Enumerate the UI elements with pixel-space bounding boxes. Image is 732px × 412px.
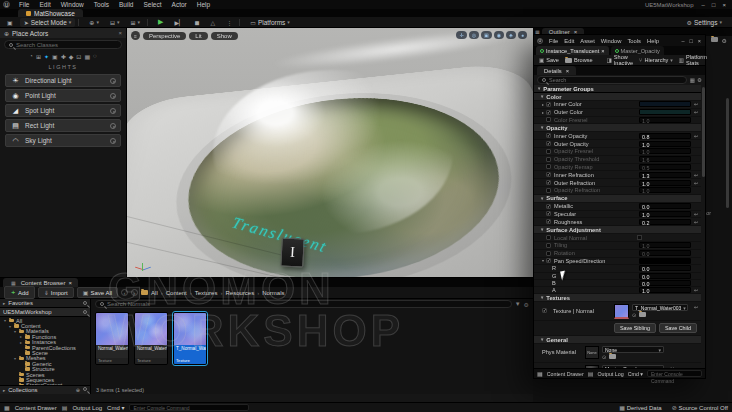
value-field[interactable]: 0.0 (639, 273, 691, 279)
cinematics-dropdown[interactable]: ⊞▾ (126, 18, 144, 27)
param-color-fresnel[interactable]: ✓ Color Fresnel 1.0 (534, 117, 701, 125)
param-pan-b[interactable]: B 0.0 (534, 280, 701, 287)
search-icon[interactable] (83, 387, 87, 391)
lights-icon[interactable]: ✦ (44, 53, 49, 60)
back-icon[interactable]: ‹ (121, 289, 128, 296)
override-checkbox[interactable]: ✓ (546, 133, 551, 138)
override-checkbox[interactable]: ✓ (546, 117, 551, 122)
reset-icon[interactable]: ↩ (691, 180, 701, 186)
param-inner-color[interactable]: ▸✓ Inner Color ↩ (534, 101, 701, 109)
gear-icon[interactable]: ⚙ (697, 77, 702, 83)
param-opacity-refraction[interactable]: ✓ Opacity Refraction 1.0 (534, 187, 701, 195)
show-inactive-button[interactable]: ◨ Show Inactive (605, 54, 635, 66)
value-field[interactable]: 0.2 (639, 219, 691, 225)
play-button[interactable]: ▶ (154, 17, 167, 27)
badge-icon[interactable]: ◈ (506, 31, 516, 39)
value-field[interactable]: 1.6 (639, 156, 691, 162)
override-checkbox[interactable]: ✓ (546, 149, 551, 154)
gear-icon[interactable]: ⚙ (722, 37, 727, 44)
search-icon[interactable] (83, 310, 87, 314)
close-icon[interactable]: × (601, 48, 604, 54)
param-inner-refraction[interactable]: ✓ Inner Refraction 1.3 ↩ (534, 171, 701, 179)
forward-icon[interactable]: › (131, 289, 138, 296)
close-icon[interactable]: × (118, 30, 122, 36)
group-opacity[interactable]: ▾Opacity (534, 124, 701, 132)
value-field[interactable]: 1.0 (639, 180, 691, 186)
all-classes-icon[interactable]: ▦ (84, 53, 90, 60)
drag-handle-icon[interactable] (110, 93, 116, 99)
override-checkbox[interactable]: ✓ (546, 102, 551, 107)
asset-normal-water002[interactable]: Normal_Water002 Texture (134, 312, 168, 365)
value-field[interactable]: 0.8 (639, 133, 691, 139)
content-drawer-button[interactable]: Content Drawer (547, 371, 584, 377)
value-field[interactable]: 1.0 (639, 187, 691, 193)
basic-icon[interactable]: ⊞ (36, 53, 41, 60)
tab-details[interactable]: Details × (537, 66, 576, 75)
folder-icon[interactable] (711, 37, 718, 42)
reset-icon[interactable]: ↩ (691, 219, 701, 225)
param-rotation[interactable]: ✓ Rotation 0.0 (534, 250, 701, 258)
browse-to-asset-icon[interactable] (639, 312, 646, 318)
visual-effects-icon[interactable]: ✚ (61, 53, 66, 60)
group-textures[interactable]: ▾Textures (534, 294, 701, 302)
favorites-header[interactable]: ▸ Favorites (0, 299, 90, 308)
reset-icon[interactable]: ↩ (691, 109, 701, 115)
value-field[interactable]: 0.0 (639, 203, 691, 209)
show-dropdown[interactable]: Show (211, 32, 238, 40)
display-options-icon[interactable]: ▦ (690, 77, 695, 83)
phys-material-dropdown[interactable]: None▾ (602, 346, 664, 353)
color-swatch[interactable] (639, 258, 691, 264)
skip-frame-button[interactable]: ▶▏ (170, 18, 187, 27)
parameter-groups-header[interactable]: ▾Parameter Groups (534, 85, 701, 93)
param-pan-g[interactable]: G 0.0 (534, 273, 701, 280)
reset-icon[interactable]: ↩ (691, 304, 701, 319)
breadcrumb-textures[interactable]: Textures (195, 290, 218, 296)
param-opacity-fresnel[interactable]: ✓ Opacity Fresnel 1.0 (534, 148, 701, 156)
value-field[interactable]: 1.0 (639, 117, 691, 123)
color-swatch[interactable] (639, 101, 691, 107)
param-roughness[interactable]: ✓ Roughness 0.2 ↩ (534, 218, 701, 226)
import-button[interactable]: ⇓ Import (38, 287, 74, 298)
view-options-icon[interactable]: ⚙ (524, 301, 529, 308)
value-field[interactable]: 0.0 (639, 280, 691, 286)
list-item-spot-light[interactable]: ◢ Spot Light (5, 104, 121, 117)
cmd-dropdown[interactable]: Cmd ▾ (628, 371, 643, 377)
group-color[interactable]: ▾Color (534, 93, 701, 101)
color-swatch[interactable] (639, 109, 691, 115)
breadcrumb-all[interactable]: All (151, 290, 158, 296)
override-checkbox[interactable]: ✓ (546, 251, 551, 256)
blueprints-dropdown[interactable]: ⊟▾ (106, 18, 124, 27)
maximize-icon[interactable]: □ (712, 2, 716, 8)
menu-tools[interactable]: Tools (624, 38, 644, 44)
console-input[interactable]: Enter Console Command (647, 370, 702, 377)
content-drawer-button[interactable]: Content Drawer (15, 405, 57, 411)
project-header[interactable]: UE5MatWorkshop (0, 308, 90, 317)
value-field[interactable]: 1.0 (639, 287, 691, 293)
cmd-dropdown[interactable]: Cmd ▾ (107, 404, 124, 411)
close-icon[interactable]: × (566, 68, 569, 74)
value-field[interactable]: 1.0 (639, 141, 691, 147)
filter-icon[interactable]: ▼ (515, 301, 521, 308)
param-opacity-threshold[interactable]: ✓ Opacity Threshold 1.6 (534, 156, 701, 164)
badge-icon[interactable]: ◎ (469, 31, 479, 39)
value-field[interactable]: 1.3 (639, 172, 691, 178)
value-field[interactable]: 1.0 (639, 242, 691, 248)
stop-button[interactable]: ◼ (191, 18, 204, 27)
minimize-icon[interactable]: – (681, 38, 684, 44)
save-button[interactable]: ▣ Save (537, 57, 561, 63)
close-icon[interactable]: × (698, 38, 701, 44)
search-normals-input[interactable]: Search Normals (95, 300, 512, 308)
tab-instance-translucent[interactable]: Instance_Translucent × (536, 46, 609, 55)
override-checkbox[interactable]: ✓ (546, 258, 551, 263)
group-general[interactable]: ▾General (534, 336, 701, 344)
param-outer-opacity[interactable]: ✓ Outer Opacity 1.0 (534, 140, 701, 148)
drag-handle-icon[interactable] (110, 108, 116, 114)
maximize-icon[interactable]: □ (689, 38, 692, 44)
settings-dropdown[interactable]: ⚙ Settings ▾ (683, 18, 726, 27)
derived-data-button[interactable]: ▦ Derived Data (619, 404, 661, 411)
play-options-icon[interactable]: ⋮ (222, 18, 236, 27)
override-checkbox[interactable]: ✓ (546, 219, 551, 224)
browse-to-asset-icon[interactable] (609, 354, 616, 360)
close-icon[interactable]: × (68, 280, 72, 286)
recently-placed-icon[interactable]: ◔ (29, 53, 33, 60)
